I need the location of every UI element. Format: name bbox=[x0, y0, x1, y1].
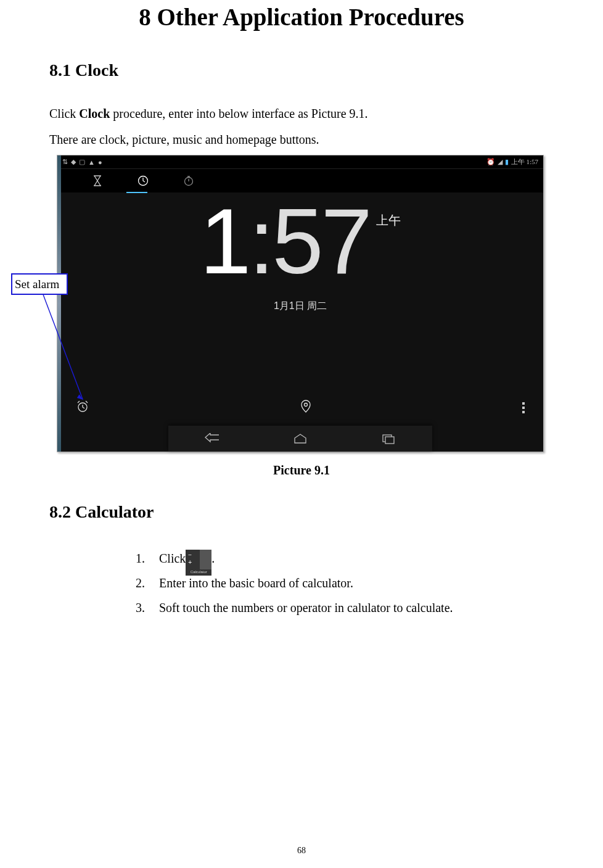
step-text: Click − + = Calculator . bbox=[159, 546, 215, 571]
time-ampm: 上午 bbox=[376, 212, 401, 229]
svg-rect-7 bbox=[385, 437, 394, 444]
home-nav-icon[interactable] bbox=[292, 432, 308, 445]
calculator-steps-list: 1. Click − + = Calculator . 2. Enter int… bbox=[49, 544, 554, 620]
para1-suffix: procedure, enter into below interface as… bbox=[110, 107, 367, 120]
status-icon: ▢ bbox=[79, 158, 85, 166]
step-text: Soft touch the numbers or operator in ca… bbox=[159, 595, 453, 620]
calculator-icon[interactable]: − + = Calculator bbox=[186, 550, 211, 576]
clock-tab-icon[interactable] bbox=[137, 175, 149, 186]
section-8-1-para1: Click Clock procedure, enter into below … bbox=[49, 102, 554, 125]
status-icon: ⇅ bbox=[62, 158, 68, 166]
status-time: 上午 1:57 bbox=[511, 157, 538, 167]
time-hour: 1 bbox=[200, 195, 248, 287]
back-nav-icon[interactable] bbox=[204, 432, 220, 445]
signal-icon: ◢ bbox=[498, 158, 502, 166]
section-8-1-para2: There are clock, picture, music and home… bbox=[49, 128, 554, 151]
callout-label: Set alarm bbox=[15, 278, 59, 291]
calc-minus-symbol: − bbox=[188, 552, 192, 558]
step-number: 2. bbox=[136, 571, 147, 595]
para1-prefix: Click bbox=[49, 107, 79, 120]
clock-bottom-bar bbox=[57, 395, 543, 421]
recents-nav-icon[interactable] bbox=[380, 432, 396, 445]
android-nav-bar bbox=[168, 426, 432, 452]
svg-point-5 bbox=[305, 403, 308, 407]
clock-display: 1 : 57 上午 1月1日 周二 bbox=[57, 195, 543, 313]
status-icons-right: ⏰ ◢ ▮ 上午 1:57 bbox=[486, 157, 538, 167]
clock-app-screenshot: ⇅ ◆ ▢ ▲ ● ⏰ ◢ ▮ 上午 1:57 bbox=[57, 155, 544, 452]
status-icon: ● bbox=[98, 159, 102, 166]
date-label: 1月1日 周二 bbox=[57, 300, 543, 313]
section-8-1-heading: 8.1 Clock bbox=[49, 60, 554, 80]
step-number: 1. bbox=[136, 546, 147, 571]
time-colon: : bbox=[248, 195, 272, 287]
figure-caption: Picture 9.1 bbox=[62, 463, 541, 477]
list-item: 1. Click − + = Calculator . bbox=[136, 546, 554, 571]
overflow-menu-icon[interactable] bbox=[522, 402, 525, 413]
calc-plus-symbol: + bbox=[188, 560, 192, 566]
battery-icon: ▮ bbox=[505, 158, 509, 166]
stopwatch-tab-icon[interactable] bbox=[183, 175, 194, 186]
page-number: 68 bbox=[0, 846, 603, 856]
time-row: 1 : 57 上午 bbox=[57, 195, 543, 287]
calc-icon-label: Calculator bbox=[186, 568, 211, 576]
step1-post: . bbox=[211, 552, 215, 565]
status-icon: ◆ bbox=[71, 158, 76, 166]
time-minutes: 57 bbox=[272, 195, 370, 287]
active-tab-indicator bbox=[126, 192, 147, 193]
section-8-2-heading: 8.2 Calculator bbox=[49, 502, 554, 522]
set-alarm-callout: Set alarm bbox=[11, 273, 68, 295]
status-bar: ⇅ ◆ ▢ ▲ ● ⏰ ◢ ▮ 上午 1:57 bbox=[57, 155, 543, 169]
list-item: 3. Soft touch the numbers or operator in… bbox=[136, 595, 554, 620]
location-icon[interactable] bbox=[301, 400, 311, 416]
calc-equals-symbol: = bbox=[205, 556, 209, 562]
step-number: 3. bbox=[136, 595, 147, 620]
status-icon: ▲ bbox=[88, 159, 95, 166]
hourglass-tab-icon[interactable] bbox=[92, 175, 103, 186]
alarm-status-icon: ⏰ bbox=[486, 158, 495, 166]
step1-click-pre: Click bbox=[159, 552, 186, 565]
para1-clock-bold: Clock bbox=[79, 107, 110, 120]
alarm-set-icon[interactable] bbox=[76, 400, 89, 416]
chapter-title: 8 Other Application Procedures bbox=[49, 3, 554, 31]
status-icons-left: ⇅ ◆ ▢ ▲ ● bbox=[62, 158, 102, 166]
